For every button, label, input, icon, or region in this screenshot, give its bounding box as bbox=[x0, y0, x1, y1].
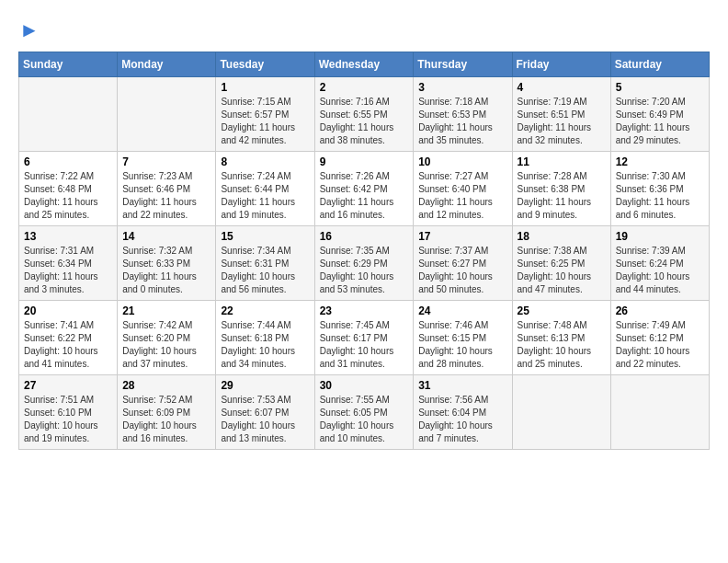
sunrise-text: Sunrise: 7:37 AM bbox=[418, 246, 488, 256]
logo: ► bbox=[18, 18, 40, 42]
day-number: 11 bbox=[518, 155, 606, 168]
day-of-week-header: Monday bbox=[118, 52, 216, 77]
daylight-text: Daylight: 10 hours and 37 minutes. bbox=[122, 346, 197, 369]
calendar-cell: 27 Sunrise: 7:51 AM Sunset: 6:10 PM Dayl… bbox=[19, 375, 118, 450]
calendar-cell: 31 Sunrise: 7:56 AM Sunset: 6:04 PM Dayl… bbox=[414, 375, 512, 450]
day-number: 6 bbox=[24, 155, 112, 168]
sunrise-text: Sunrise: 7:27 AM bbox=[418, 171, 488, 181]
daylight-text: Daylight: 11 hours and 42 minutes. bbox=[221, 122, 295, 145]
sunset-text: Sunset: 6:49 PM bbox=[616, 109, 684, 120]
daylight-text: Daylight: 10 hours and 41 minutes. bbox=[24, 346, 98, 369]
sunrise-text: Sunrise: 7:45 AM bbox=[320, 320, 390, 330]
calendar-cell bbox=[19, 77, 118, 152]
sunrise-text: Sunrise: 7:35 AM bbox=[320, 246, 390, 256]
daylight-text: Daylight: 11 hours and 22 minutes. bbox=[122, 197, 197, 220]
day-of-week-header: Tuesday bbox=[216, 52, 314, 77]
sunset-text: Sunset: 6:09 PM bbox=[122, 408, 190, 418]
day-number: 18 bbox=[518, 230, 606, 243]
calendar-cell: 10 Sunrise: 7:27 AM Sunset: 6:40 PM Dayl… bbox=[414, 152, 512, 226]
calendar-cell: 15 Sunrise: 7:34 AM Sunset: 6:31 PM Dayl… bbox=[216, 226, 314, 301]
daylight-text: Daylight: 10 hours and 19 minutes. bbox=[24, 420, 98, 443]
day-number: 8 bbox=[221, 155, 309, 168]
sunset-text: Sunset: 6:42 PM bbox=[320, 184, 388, 194]
sunrise-text: Sunrise: 7:52 AM bbox=[122, 395, 192, 405]
day-number: 10 bbox=[418, 155, 506, 168]
calendar-cell: 14 Sunrise: 7:32 AM Sunset: 6:33 PM Dayl… bbox=[118, 226, 216, 301]
daylight-text: Daylight: 11 hours and 38 minutes. bbox=[320, 122, 394, 145]
sunrise-text: Sunrise: 7:56 AM bbox=[418, 395, 488, 405]
calendar-week-row: 13 Sunrise: 7:31 AM Sunset: 6:34 PM Dayl… bbox=[19, 226, 710, 301]
header-row: SundayMondayTuesdayWednesdayThursdayFrid… bbox=[19, 52, 710, 77]
day-number: 14 bbox=[122, 230, 210, 243]
day-of-week-header: Saturday bbox=[610, 52, 709, 77]
calendar-week-row: 1 Sunrise: 7:15 AM Sunset: 6:57 PM Dayli… bbox=[19, 77, 710, 152]
day-number: 22 bbox=[221, 304, 309, 317]
calendar-cell: 26 Sunrise: 7:49 AM Sunset: 6:12 PM Dayl… bbox=[610, 301, 709, 375]
sunset-text: Sunset: 6:31 PM bbox=[221, 259, 289, 269]
sunrise-text: Sunrise: 7:20 AM bbox=[616, 97, 686, 107]
daylight-text: Daylight: 11 hours and 3 minutes. bbox=[24, 271, 98, 294]
sunrise-text: Sunrise: 7:16 AM bbox=[320, 97, 390, 107]
sunrise-text: Sunrise: 7:48 AM bbox=[518, 320, 587, 330]
sunrise-text: Sunrise: 7:30 AM bbox=[616, 171, 686, 181]
sunset-text: Sunset: 6:17 PM bbox=[320, 333, 388, 343]
sunrise-text: Sunrise: 7:22 AM bbox=[24, 171, 94, 181]
calendar-cell: 21 Sunrise: 7:42 AM Sunset: 6:20 PM Dayl… bbox=[118, 301, 216, 375]
sunset-text: Sunset: 6:44 PM bbox=[221, 184, 289, 194]
day-number: 2 bbox=[320, 81, 409, 94]
sunrise-text: Sunrise: 7:38 AM bbox=[518, 246, 587, 256]
calendar-cell: 2 Sunrise: 7:16 AM Sunset: 6:55 PM Dayli… bbox=[314, 77, 414, 152]
day-number: 20 bbox=[24, 304, 112, 317]
calendar-cell: 7 Sunrise: 7:23 AM Sunset: 6:46 PM Dayli… bbox=[118, 152, 216, 226]
sunset-text: Sunset: 6:12 PM bbox=[616, 333, 684, 343]
day-number: 23 bbox=[320, 304, 409, 317]
daylight-text: Daylight: 10 hours and 50 minutes. bbox=[418, 271, 493, 294]
day-number: 27 bbox=[24, 379, 112, 392]
sunset-text: Sunset: 6:46 PM bbox=[122, 184, 190, 194]
calendar-cell: 17 Sunrise: 7:37 AM Sunset: 6:27 PM Dayl… bbox=[414, 226, 512, 301]
sunset-text: Sunset: 6:18 PM bbox=[221, 333, 289, 343]
day-number: 4 bbox=[518, 81, 606, 94]
sunrise-text: Sunrise: 7:15 AM bbox=[221, 97, 290, 107]
day-number: 13 bbox=[24, 230, 112, 243]
daylight-text: Daylight: 11 hours and 25 minutes. bbox=[24, 197, 98, 220]
daylight-text: Daylight: 11 hours and 35 minutes. bbox=[418, 122, 493, 145]
sunset-text: Sunset: 6:48 PM bbox=[24, 184, 92, 194]
day-number: 15 bbox=[221, 230, 309, 243]
sunrise-text: Sunrise: 7:49 AM bbox=[616, 320, 686, 330]
daylight-text: Daylight: 11 hours and 16 minutes. bbox=[320, 197, 394, 220]
calendar-week-row: 27 Sunrise: 7:51 AM Sunset: 6:10 PM Dayl… bbox=[19, 375, 710, 450]
calendar-cell: 4 Sunrise: 7:19 AM Sunset: 6:51 PM Dayli… bbox=[512, 77, 610, 152]
daylight-text: Daylight: 11 hours and 12 minutes. bbox=[418, 197, 493, 220]
calendar-cell: 6 Sunrise: 7:22 AM Sunset: 6:48 PM Dayli… bbox=[19, 152, 118, 226]
calendar-cell: 13 Sunrise: 7:31 AM Sunset: 6:34 PM Dayl… bbox=[19, 226, 118, 301]
sunrise-text: Sunrise: 7:31 AM bbox=[24, 246, 94, 256]
calendar-cell: 24 Sunrise: 7:46 AM Sunset: 6:15 PM Dayl… bbox=[414, 301, 512, 375]
day-number: 30 bbox=[320, 379, 409, 392]
sunrise-text: Sunrise: 7:28 AM bbox=[518, 171, 587, 181]
day-number: 1 bbox=[221, 81, 309, 94]
calendar-cell: 20 Sunrise: 7:41 AM Sunset: 6:22 PM Dayl… bbox=[19, 301, 118, 375]
daylight-text: Daylight: 10 hours and 56 minutes. bbox=[221, 271, 295, 294]
sunset-text: Sunset: 6:27 PM bbox=[418, 259, 486, 269]
calendar-cell: 22 Sunrise: 7:44 AM Sunset: 6:18 PM Dayl… bbox=[216, 301, 314, 375]
calendar-cell: 11 Sunrise: 7:28 AM Sunset: 6:38 PM Dayl… bbox=[512, 152, 610, 226]
daylight-text: Daylight: 11 hours and 6 minutes. bbox=[616, 197, 690, 220]
calendar-cell: 28 Sunrise: 7:52 AM Sunset: 6:09 PM Dayl… bbox=[118, 375, 216, 450]
daylight-text: Daylight: 10 hours and 16 minutes. bbox=[122, 420, 197, 443]
calendar-cell: 25 Sunrise: 7:48 AM Sunset: 6:13 PM Dayl… bbox=[512, 301, 610, 375]
calendar-cell: 23 Sunrise: 7:45 AM Sunset: 6:17 PM Dayl… bbox=[314, 301, 414, 375]
day-number: 3 bbox=[418, 81, 506, 94]
sunrise-text: Sunrise: 7:55 AM bbox=[320, 395, 390, 405]
day-number: 7 bbox=[122, 155, 210, 168]
daylight-text: Daylight: 10 hours and 34 minutes. bbox=[221, 346, 295, 369]
daylight-text: Daylight: 11 hours and 32 minutes. bbox=[518, 122, 592, 145]
calendar-cell: 30 Sunrise: 7:55 AM Sunset: 6:05 PM Dayl… bbox=[314, 375, 414, 450]
daylight-text: Daylight: 10 hours and 31 minutes. bbox=[320, 346, 394, 369]
day-number: 9 bbox=[320, 155, 409, 168]
day-of-week-header: Thursday bbox=[414, 52, 512, 77]
sunrise-text: Sunrise: 7:26 AM bbox=[320, 171, 390, 181]
sunset-text: Sunset: 6:10 PM bbox=[24, 408, 92, 418]
daylight-text: Daylight: 10 hours and 10 minutes. bbox=[320, 420, 394, 443]
sunset-text: Sunset: 6:29 PM bbox=[320, 259, 388, 269]
